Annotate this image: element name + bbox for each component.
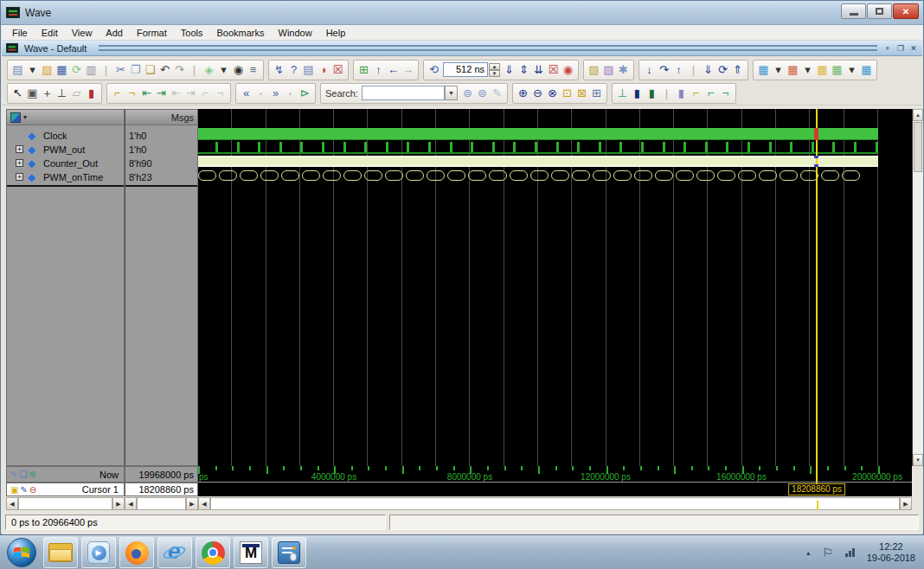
delete-cursor-icon[interactable]: ¬ [125,85,139,102]
signal-name[interactable]: PWM_onTime [43,170,103,184]
signal-row[interactable]: + ◆ PWM_out [7,143,124,157]
insert-cursor-mode-icon[interactable]: ⊥ [615,85,630,102]
memory-profile-icon[interactable]: ▨ [601,61,616,79]
scroll-down-icon[interactable]: ▼ [913,454,923,466]
green-block-icon[interactable]: ▮ [645,85,659,102]
dot[interactable]: · [253,85,268,102]
menu-item[interactable]: File [5,27,35,39]
save-icon[interactable]: ▦ [55,61,69,79]
zoom-other-icon[interactable]: ⊞ [589,85,604,102]
open-file-icon[interactable]: ▨ [40,61,55,79]
cursor-cell[interactable]: ▣✎⊖ Cursor 1 [6,483,125,496]
signal-value[interactable]: 8'h90 [125,157,197,170]
run-length-field[interactable]: 512 ns ▲ ▼ [443,62,500,77]
import-wave-icon[interactable]: ▦ [859,61,874,79]
cursor-strip[interactable]: 18208860 ps [198,483,912,496]
taskbar-file-explorer[interactable] [43,537,78,568]
menu-item[interactable]: Format [130,27,174,39]
wave-pwm-out[interactable] [198,142,878,154]
pan-mode-icon[interactable]: ＋ [40,85,55,102]
add-to-dropdown-icon[interactable]: ▾ [800,61,815,79]
taskbar-modelsim[interactable]: M [234,537,268,568]
wave-scroll-track[interactable] [210,497,900,510]
edit-mode-icon[interactable]: ⊥ [55,85,69,102]
compile-dropdown-icon[interactable]: ▾ [216,61,231,79]
grayed-mode-icon[interactable]: ▱ [69,85,84,102]
names-hscrollbar[interactable]: ◀ ▶ [6,496,125,511]
divider[interactable]: | [659,85,674,102]
menu-item[interactable]: Help [319,27,353,39]
taskbar-internet-explorer[interactable]: e [157,537,192,568]
next-transition-icon[interactable]: ⇥ [154,85,169,102]
next-falling-edge-icon[interactable]: ⇥ [183,85,198,102]
step-into-icon[interactable]: ↓ [642,61,657,79]
timeline-ruler[interactable]: ps 4000000 ps8000000 ps12000000 ps160000… [198,466,912,483]
header-dropdown-icon[interactable]: ▾ [23,113,27,121]
names-scroll-right-icon[interactable]: ▶ [112,497,125,510]
zoom-full-icon[interactable]: ⊗ [545,85,560,102]
values-scroll-track[interactable] [137,497,186,510]
search-forward-icon[interactable]: ⊚ [460,85,475,102]
falling-edge-icon[interactable]: ¬ [718,85,733,102]
blue-block-icon[interactable]: ▮ [630,85,645,102]
hidden-icons-button[interactable]: ▴ [806,549,810,557]
copy-icon[interactable]: ❐ [128,61,143,79]
pane-add-icon[interactable]: + [882,44,893,53]
contract-time-icon[interactable]: « [239,85,253,102]
signal-row[interactable]: + ◆ PWM_onTime [7,170,124,184]
next-rising-edge-icon[interactable]: ¬ [213,85,228,102]
compile-icon[interactable]: ◈ [202,61,216,79]
monitor-icon[interactable]: ❏ [19,470,27,479]
dot[interactable]: · [283,85,298,102]
cursor-label[interactable]: Cursor 1 [82,484,120,495]
scroll-up-icon[interactable]: ▲ [913,109,923,121]
search-input[interactable]: ▼ [362,86,458,100]
add-to-icon[interactable]: ▦ [786,61,800,79]
stop-drawing-icon[interactable]: ▮ [84,85,99,102]
taskbar-clock[interactable]: 12:22 19-06-2018 [867,541,915,564]
step-over-current-icon[interactable]: ⟳ [715,61,730,79]
pane-close-icon[interactable]: ✕ [908,44,919,53]
menu-item[interactable]: Edit [35,27,65,39]
back-icon[interactable]: ← [386,61,401,79]
rising-edge-icon[interactable]: ⌐ [703,85,718,102]
break-run-icon[interactable]: ◑ [316,61,330,79]
menu-item[interactable]: Add [99,27,130,39]
cursor-line[interactable] [816,109,818,466]
performance-profile-icon[interactable]: ▨ [587,61,601,79]
yellow-edge-icon[interactable]: ⌐ [689,85,703,102]
signal-value[interactable]: 1'h0 [125,143,197,157]
expand-icon[interactable]: + [16,173,23,181]
edit-cursor-icon[interactable]: ✎ [20,485,27,495]
run-icon[interactable]: ⇓ [502,61,517,79]
new-file-dropdown-icon[interactable]: ▾ [25,61,40,79]
wave-counter-out[interactable] [198,156,878,167]
run-length-value[interactable]: 512 ns [443,62,488,77]
signal-name[interactable]: Counter_Out [43,157,98,170]
edit-pencil-icon[interactable]: ✎ [10,470,17,479]
signal-name[interactable]: Clock [43,129,67,143]
lock-cursor-icon[interactable]: ▣ [10,485,18,495]
expand-icon[interactable]: + [16,159,23,167]
add-cursor-icon[interactable]: ⊕ [29,470,35,479]
start-button[interactable] [7,538,36,567]
menu-item[interactable]: Bookmarks [209,27,271,39]
taskbar-chrome[interactable] [196,537,230,568]
signal-value[interactable]: 8'h23 [125,170,197,184]
action-center-flag-icon[interactable]: ⚐ [822,546,833,559]
pane-undock-icon[interactable]: ❐ [895,44,906,53]
names-scroll-track[interactable] [18,497,112,510]
simulate-icon[interactable]: ↯ [272,61,286,79]
paste-icon[interactable]: ❏ [143,61,157,79]
add-wave-icon[interactable]: ▦ [756,61,771,79]
menu-item[interactable]: Window [272,27,319,39]
minimize-button[interactable] [841,3,866,19]
divider[interactable]: | [187,61,202,79]
vertical-scroll-thumb[interactable] [914,122,922,172]
cursor-value[interactable]: 18208860 ps [125,483,198,496]
waveform-canvas[interactable] [198,109,912,466]
signal-name[interactable]: PWM_out [43,143,85,157]
step-into-current-icon[interactable]: ⇓ [701,61,715,79]
run-continue-icon[interactable]: ⇕ [517,61,531,79]
select-pointer-icon[interactable]: ↖ [10,85,25,102]
